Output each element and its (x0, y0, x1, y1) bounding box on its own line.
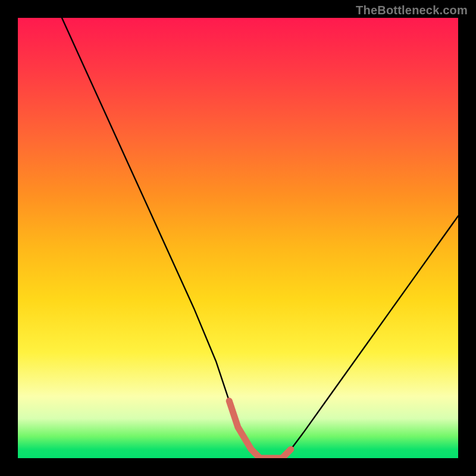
chart-plot-area (18, 18, 458, 458)
chart-stage: TheBottleneck.com (0, 0, 476, 476)
bottleneck-curve (62, 18, 458, 458)
chart-svg (18, 18, 458, 458)
watermark-text: TheBottleneck.com (356, 4, 468, 17)
optimal-range-marker (229, 401, 291, 458)
